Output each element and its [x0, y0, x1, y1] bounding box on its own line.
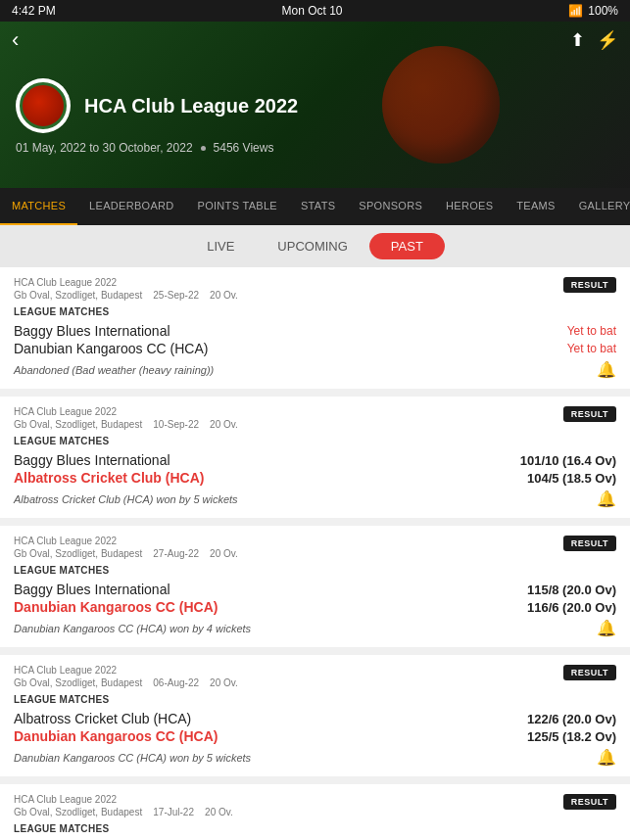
- league-logo: [16, 78, 71, 133]
- result-description: Danubian Kangaroos CC (HCA) won by 5 wic…: [14, 752, 251, 764]
- back-button[interactable]: ‹: [12, 27, 19, 53]
- team2-name: Danubian Kangaroos CC (HCA): [14, 599, 218, 615]
- match-league-name: HCA Club League 2022: [14, 794, 233, 805]
- hero-meta: 01 May, 2022 to 30 October, 2022 5456 Vi…: [16, 141, 614, 155]
- team-row-2: Albatross Cricket Club (HCA) 104/5 (18.5…: [14, 470, 616, 486]
- bell-icon[interactable]: 🔔: [597, 490, 616, 508]
- team1-name: Baggy Blues International: [14, 323, 170, 339]
- team2-score: 104/5 (18.5 Ov): [527, 471, 616, 486]
- match-result: Abandoned (Bad weather (heavy raining)) …: [14, 360, 616, 379]
- separator-dot: [201, 146, 206, 151]
- match-card[interactable]: HCA Club League 2022 Gb Oval, Szodliget,…: [0, 526, 630, 647]
- match-venue-date: Gb Oval, Szodliget, Budapest 06-Aug-22 2…: [14, 677, 238, 688]
- league-info: HCA Club League 2022: [84, 95, 298, 117]
- filter-icon[interactable]: ⚡: [597, 29, 618, 51]
- battery-text: 100%: [588, 4, 618, 18]
- team2-name: Danubian Kangaroos CC (HCA): [14, 341, 208, 356]
- match-card[interactable]: HCA Club League 2022 Gb Oval, Szodliget,…: [0, 784, 630, 840]
- match-result: Albatross Cricket Club (HCA) won by 5 wi…: [14, 490, 616, 508]
- teams-scores: Baggy Blues International 101/10 (16.4 O…: [14, 452, 616, 486]
- views-count: 5456 Views: [214, 141, 274, 155]
- team1-name: Baggy Blues International: [14, 452, 170, 468]
- team2-score: Yet to bat: [567, 342, 616, 355]
- match-header: HCA Club League 2022 Gb Oval, Szodliget,…: [14, 406, 616, 432]
- match-card[interactable]: HCA Club League 2022 Gb Oval, Szodliget,…: [0, 397, 630, 518]
- tab-stats[interactable]: STATS: [289, 188, 347, 225]
- match-meta-block: HCA Club League 2022 Gb Oval, Szodliget,…: [14, 536, 238, 561]
- team-row-2: Danubian Kangaroos CC (HCA) 125/5 (18.2 …: [14, 728, 616, 744]
- team1-name: Baggy Blues International: [14, 582, 170, 597]
- team1-score: 115/8 (20.0 Ov): [527, 583, 616, 597]
- team2-score: 116/6 (20.0 Ov): [527, 600, 616, 615]
- match-meta-block: HCA Club League 2022 Gb Oval, Szodliget,…: [14, 406, 238, 432]
- team1-score: Yet to bat: [567, 324, 616, 338]
- nav-tabs: MATCHES LEADERBOARD POINTS TABLE STATS S…: [0, 188, 630, 225]
- bell-icon[interactable]: 🔔: [597, 748, 616, 767]
- result-badge: RESULT: [563, 406, 616, 422]
- league-logo-inner: [20, 82, 67, 129]
- match-venue-date: Gb Oval, Szodliget, Budapest 27-Aug-22 2…: [14, 548, 238, 559]
- match-type: LEAGUE MATCHES: [14, 694, 616, 705]
- tab-matches[interactable]: MATCHES: [0, 188, 77, 225]
- match-venue-date: Gb Oval, Szodliget, Budapest 25-Sep-22 2…: [14, 290, 238, 301]
- tab-teams[interactable]: TEAMS: [505, 188, 566, 225]
- match-card[interactable]: HCA Club League 2022 Gb Oval, Szodliget,…: [0, 655, 630, 776]
- teams-scores: Baggy Blues International Yet to bat Dan…: [14, 323, 616, 356]
- match-venue-date: Gb Oval, Szodliget, Budapest 10-Sep-22 2…: [14, 419, 238, 430]
- filter-upcoming[interactable]: UPCOMING: [256, 233, 369, 259]
- filter-bar: LIVE UPCOMING PAST: [0, 225, 630, 267]
- match-league-name: HCA Club League 2022: [14, 665, 238, 676]
- team-row-1: Baggy Blues International Yet to bat: [14, 323, 616, 339]
- result-badge: RESULT: [563, 794, 616, 810]
- match-meta-block: HCA Club League 2022 Gb Oval, Szodliget,…: [14, 277, 238, 303]
- date-range: 01 May, 2022 to 30 October, 2022: [16, 141, 193, 155]
- hero-inner: HCA Club League 2022: [16, 78, 614, 133]
- team2-name: Albatross Cricket Club (HCA): [14, 470, 204, 486]
- match-result: Danubian Kangaroos CC (HCA) won by 4 wic…: [14, 619, 616, 637]
- match-league-name: HCA Club League 2022: [14, 406, 238, 417]
- match-type: LEAGUE MATCHES: [14, 436, 616, 446]
- hero-action-icons: ⬆ ⚡: [570, 29, 618, 51]
- tab-points-table[interactable]: POINTS TABLE: [186, 188, 289, 225]
- match-type: LEAGUE MATCHES: [14, 565, 616, 576]
- tab-leaderboard[interactable]: LEADERBOARD: [77, 188, 185, 225]
- match-type: LEAGUE MATCHES: [14, 823, 616, 834]
- status-time: 4:42 PM: [12, 4, 56, 18]
- matches-list: HCA Club League 2022 Gb Oval, Szodliget,…: [0, 267, 630, 840]
- team-row-1: Albatross Cricket Club (HCA) 122/6 (20.0…: [14, 711, 616, 726]
- tab-sponsors[interactable]: SPONSORS: [347, 188, 434, 225]
- league-title: HCA Club League 2022: [84, 95, 298, 117]
- team1-score: 122/6 (20.0 Ov): [527, 712, 616, 726]
- status-day: Mon Oct 10: [281, 4, 342, 18]
- result-description: Danubian Kangaroos CC (HCA) won by 4 wic…: [14, 623, 251, 634]
- bell-icon[interactable]: 🔔: [597, 360, 616, 379]
- match-meta-block: HCA Club League 2022 Gb Oval, Szodliget,…: [14, 794, 233, 819]
- match-card[interactable]: HCA Club League 2022 Gb Oval, Szodliget,…: [0, 267, 630, 389]
- tab-gallery[interactable]: GALLERY: [567, 188, 630, 225]
- match-header: HCA Club League 2022 Gb Oval, Szodliget,…: [14, 536, 616, 561]
- team2-name: Danubian Kangaroos CC (HCA): [14, 728, 218, 744]
- match-header: HCA Club League 2022 Gb Oval, Szodliget,…: [14, 665, 616, 690]
- match-result: Danubian Kangaroos CC (HCA) won by 5 wic…: [14, 748, 616, 767]
- teams-scores: Albatross Cricket Club (HCA) 122/6 (20.0…: [14, 711, 616, 744]
- match-venue-date: Gb Oval, Szodliget, Budapest 17-Jul-22 2…: [14, 807, 233, 817]
- hero-top-bar: ‹ ⬆ ⚡: [0, 27, 630, 53]
- team1-name: Albatross Cricket Club (HCA): [14, 711, 191, 726]
- result-badge: RESULT: [563, 277, 616, 293]
- match-header: HCA Club League 2022 Gb Oval, Szodliget,…: [14, 794, 616, 819]
- team2-score: 125/5 (18.2 Ov): [527, 729, 616, 744]
- share-icon[interactable]: ⬆: [570, 29, 585, 51]
- result-badge: RESULT: [563, 536, 616, 551]
- match-meta-block: HCA Club League 2022 Gb Oval, Szodliget,…: [14, 665, 238, 690]
- hero-section: ‹ ⬆ ⚡ HCA Club League 2022 01 May, 2022 …: [0, 22, 630, 188]
- team1-score: 101/10 (16.4 Ov): [520, 453, 616, 468]
- match-type: LEAGUE MATCHES: [14, 306, 616, 317]
- tab-heroes[interactable]: HEROES: [434, 188, 505, 225]
- result-badge: RESULT: [563, 665, 616, 680]
- filter-live[interactable]: LIVE: [185, 233, 256, 259]
- status-bar: 4:42 PM Mon Oct 10 📶 100%: [0, 0, 630, 22]
- team-row-1: Baggy Blues International 101/10 (16.4 O…: [14, 452, 616, 468]
- bell-icon[interactable]: 🔔: [597, 619, 616, 637]
- filter-past[interactable]: PAST: [369, 233, 445, 259]
- team-row-2: Danubian Kangaroos CC (HCA) 116/6 (20.0 …: [14, 599, 616, 615]
